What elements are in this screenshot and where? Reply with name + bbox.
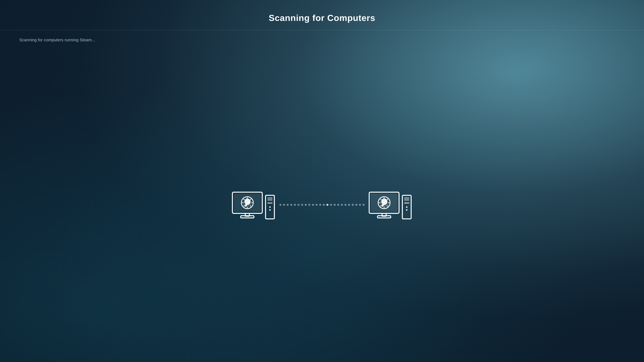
right-tower: [401, 195, 412, 220]
left-monitor-svg: [232, 191, 263, 220]
svg-point-13: [244, 199, 245, 200]
svg-point-41: [406, 209, 408, 211]
svg-point-19: [269, 206, 271, 208]
connection-dot-5: [298, 204, 300, 206]
connection-dot-22: [359, 204, 361, 206]
connection-dot-0: [280, 204, 282, 206]
svg-point-10: [247, 207, 248, 208]
left-tower-svg: [264, 195, 276, 220]
svg-point-27: [384, 197, 385, 199]
connection-dot-9: [312, 204, 314, 206]
right-tower-svg: [401, 195, 412, 220]
connection-dot-19: [348, 204, 350, 206]
svg-point-31: [384, 207, 385, 208]
svg-rect-24: [378, 216, 391, 218]
svg-rect-17: [268, 200, 272, 200]
svg-point-9: [250, 205, 251, 207]
connection-dot-10: [316, 204, 318, 206]
connection-dot-14: [330, 204, 332, 206]
svg-rect-37: [404, 198, 409, 198]
connection-dot-3: [290, 204, 292, 206]
connection-dot-6: [301, 204, 303, 206]
svg-point-34: [380, 199, 382, 200]
svg-point-6: [247, 197, 248, 199]
svg-point-40: [406, 206, 408, 208]
connection-dot-23: [362, 204, 364, 206]
connection-dot-18: [344, 204, 346, 206]
right-monitor-svg: [368, 191, 400, 220]
svg-point-11: [244, 205, 245, 207]
svg-rect-38: [404, 200, 409, 200]
svg-rect-16: [268, 198, 272, 198]
svg-rect-18: [268, 202, 272, 204]
svg-rect-3: [241, 216, 254, 218]
connection-dot-11: [319, 204, 321, 206]
svg-point-12: [242, 202, 243, 203]
connection-dot-21: [355, 204, 358, 206]
connection-dot-16: [337, 204, 339, 206]
svg-point-29: [388, 202, 390, 203]
connection-dot-7: [305, 204, 307, 206]
connection-dot-8: [308, 204, 310, 206]
connection-dot-17: [341, 204, 343, 206]
svg-point-20: [269, 209, 271, 211]
connection-dot-20: [352, 204, 354, 206]
computers-row: [232, 191, 412, 220]
right-computer-unit: [368, 191, 412, 220]
connection-line: [276, 204, 368, 206]
connection-dot-13: [326, 204, 328, 206]
connection-dot-15: [334, 204, 336, 206]
connection-dot-2: [286, 204, 289, 206]
connection-dot-12: [323, 204, 325, 206]
svg-point-33: [379, 202, 380, 203]
right-monitor: [368, 191, 400, 220]
page-container: Scanning for Computers Scanning for comp…: [0, 0, 644, 362]
svg-point-8: [252, 202, 253, 203]
left-monitor: [232, 191, 263, 220]
left-tower: [264, 195, 276, 220]
svg-point-7: [250, 199, 251, 200]
title-section: Scanning for Computers: [0, 0, 644, 30]
connection-dot-4: [294, 204, 296, 206]
svg-rect-39: [404, 202, 409, 204]
illustration-area: [0, 50, 644, 362]
connection-dot-1: [283, 204, 285, 206]
left-computer-unit: [232, 191, 276, 220]
svg-point-28: [387, 199, 388, 200]
svg-point-30: [387, 205, 388, 207]
scanning-status-text: Scanning for computers running Steam...: [0, 30, 644, 50]
page-title: Scanning for Computers: [269, 13, 375, 28]
svg-point-32: [380, 205, 382, 207]
